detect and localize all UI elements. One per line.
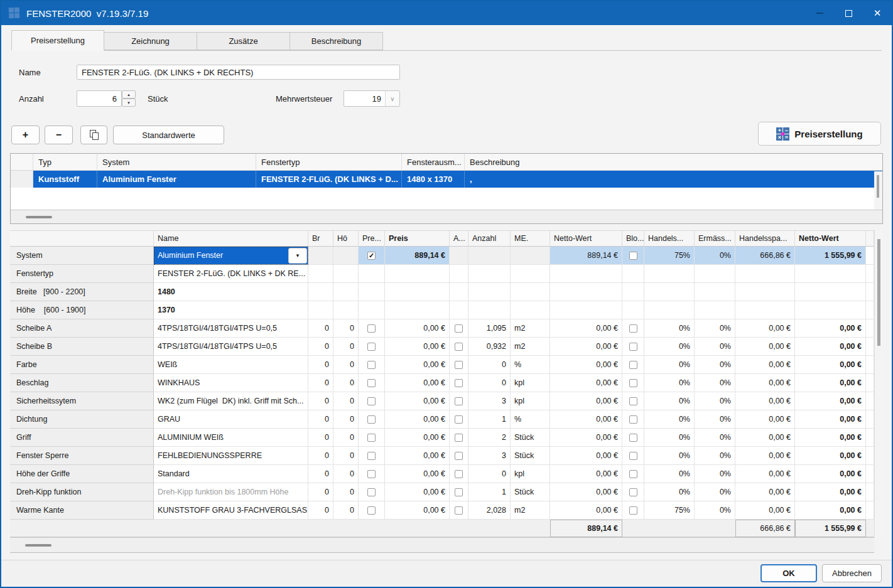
cell-a[interactable] (450, 374, 468, 392)
a-checkbox[interactable] (455, 506, 463, 515)
defaults-button[interactable]: Standardwerte (113, 126, 224, 144)
a-checkbox[interactable] (455, 397, 463, 405)
cell-blo[interactable] (622, 410, 644, 429)
cell-blo[interactable] (622, 319, 644, 338)
cell-br[interactable]: 0 (308, 410, 333, 429)
cell-anzahl[interactable]: 1,095 (468, 319, 511, 338)
cell-typ[interactable]: Kunststoff (33, 171, 97, 188)
pre-checkbox[interactable] (367, 361, 376, 369)
pre-checkbox[interactable] (367, 470, 376, 478)
cell-br[interactable]: 0 (308, 319, 333, 338)
cell-br[interactable]: 0 (308, 392, 333, 410)
cell-preis[interactable]: 0,00 € (385, 374, 450, 392)
cell-netto[interactable]: 0,00 € (550, 429, 622, 447)
cell-blo[interactable] (622, 429, 644, 447)
cell-preis[interactable]: 0,00 € (385, 483, 450, 501)
cell-ermaess[interactable]: 0% (695, 501, 735, 520)
cell-br[interactable]: 0 (308, 338, 333, 356)
scrollbar-thumb[interactable] (877, 175, 879, 198)
cell-name[interactable]: Dreh-Kipp funktion bis 1800mm Höhe (154, 483, 308, 501)
pre-checkbox[interactable] (367, 452, 376, 460)
col-header-ermaess[interactable]: Ermäss... (695, 230, 735, 247)
cell-preis[interactable]: 0,00 € (385, 465, 450, 483)
cell-anzahl[interactable]: 3 (468, 447, 511, 465)
col-header-me[interactable]: ME. (511, 230, 550, 247)
cell-preis[interactable]: 0,00 € (385, 501, 450, 520)
cell-handels[interactable]: 0% (644, 429, 695, 447)
col-header-preis[interactable]: Preis (385, 230, 450, 247)
cell-br[interactable]: 0 (308, 483, 333, 501)
cell-me[interactable]: m2 (511, 501, 550, 520)
cell-ho[interactable]: 0 (333, 338, 359, 356)
cell-fenstertyp[interactable]: FENSTER 2-FLüG. (DK LINKS + D... (256, 171, 402, 188)
pre-checkbox[interactable] (367, 434, 376, 442)
name-input[interactable] (77, 65, 400, 80)
cell-pre[interactable] (359, 447, 385, 465)
cell-netto[interactable]: 0,00 € (550, 483, 622, 501)
cell-pre[interactable]: ✓ (359, 247, 385, 265)
col-header-netto[interactable]: Netto-Wert (550, 230, 622, 247)
copy-row-button[interactable] (80, 126, 107, 144)
cell-anzahl[interactable]: 0,932 (468, 338, 511, 356)
cell-blo[interactable] (622, 247, 644, 265)
cell-netto2[interactable]: 0,00 € (795, 483, 866, 501)
cell-blo[interactable] (622, 374, 644, 392)
col-header-handels[interactable]: Handels... (644, 230, 695, 247)
cell-pre[interactable] (359, 501, 385, 520)
cell-netto2[interactable]: 0,00 € (795, 429, 866, 447)
cell-netto2[interactable]: 0,00 € (795, 447, 866, 465)
cell-pre[interactable] (359, 356, 385, 374)
cell-me[interactable] (511, 283, 550, 301)
cell-ermaess[interactable]: 0% (695, 338, 735, 356)
blo-checkbox[interactable] (629, 252, 637, 260)
cell-ermaess[interactable]: 0% (695, 429, 735, 447)
cell-preis[interactable]: 0,00 € (385, 338, 450, 356)
cell-anzahl[interactable] (468, 247, 511, 265)
cell-pre[interactable] (359, 265, 385, 283)
cell-br[interactable]: 0 (308, 447, 333, 465)
resize-grip[interactable] (26, 216, 52, 218)
cell-me[interactable]: % (511, 410, 550, 429)
cell-me[interactable] (511, 265, 550, 283)
cell-ho[interactable]: 0 (333, 501, 359, 520)
cell-preis[interactable]: 0,00 € (385, 356, 450, 374)
cell-br[interactable]: 0 (308, 429, 333, 447)
cell-handels[interactable]: 0% (644, 447, 695, 465)
col-header-hoe[interactable]: Hö (333, 230, 359, 247)
cell-a[interactable] (450, 501, 468, 520)
cell-a[interactable] (450, 465, 468, 483)
cell-ermaess[interactable]: 0% (695, 392, 735, 410)
cell-me[interactable] (511, 247, 550, 265)
cell-pre[interactable] (359, 410, 385, 429)
spin-up-icon[interactable]: ▲ (122, 90, 136, 99)
cell-pre[interactable] (359, 301, 385, 319)
pre-checkbox[interactable] (367, 379, 376, 387)
cell-handels[interactable]: 0% (644, 338, 695, 356)
cell-pre[interactable] (359, 338, 385, 356)
a-checkbox[interactable] (455, 415, 463, 424)
cell-ho[interactable] (333, 247, 359, 265)
cell-spanne[interactable]: 0,00 € (735, 465, 795, 483)
cancel-button[interactable]: Abbrechen (822, 564, 882, 582)
cell-ermaess[interactable]: 0% (695, 356, 735, 374)
cell-br[interactable]: 0 (308, 356, 333, 374)
cell-ho[interactable]: 0 (333, 356, 359, 374)
cell-me[interactable]: m2 (511, 338, 550, 356)
cell-name[interactable]: 1480 (154, 283, 308, 301)
cell-preis[interactable]: 889,14 € (385, 247, 450, 265)
cell-ho[interactable]: 0 (333, 465, 359, 483)
cell-name[interactable]: ALUMINIUM WEIß (154, 429, 308, 447)
cell-br[interactable] (308, 301, 333, 319)
cell-netto2[interactable] (795, 265, 866, 283)
cell-br[interactable] (308, 265, 333, 283)
cell-netto2[interactable]: 0,00 € (795, 410, 866, 429)
cell-me[interactable]: kpl (511, 374, 550, 392)
cell-br[interactable]: 0 (308, 465, 333, 483)
col-header-system[interactable]: System (97, 154, 256, 171)
cell-pre[interactable] (359, 283, 385, 301)
position-row-selected[interactable]: Kunststoff Aluminium Fenster FENSTER 2-F… (11, 171, 882, 188)
cell-netto2[interactable]: 0,00 € (795, 501, 866, 520)
ok-button[interactable]: OK (760, 564, 817, 582)
cell-ermaess[interactable]: 0% (695, 447, 735, 465)
cell-a[interactable] (450, 338, 468, 356)
